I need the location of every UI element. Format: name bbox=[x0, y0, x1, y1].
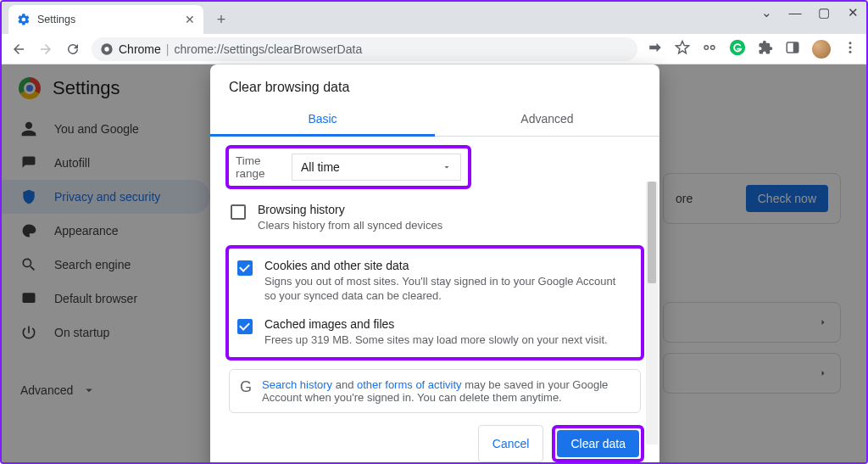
info-box: G Search history and other forms of acti… bbox=[229, 369, 641, 413]
check-row-cached[interactable]: Cached images and files Frees up 319 MB.… bbox=[232, 310, 637, 355]
dialog-title: Clear browsing data bbox=[210, 64, 659, 102]
checkbox-browsing-history[interactable] bbox=[231, 204, 246, 220]
close-window-button[interactable]: ✕ bbox=[846, 5, 860, 20]
maximize-button[interactable]: ▢ bbox=[817, 5, 831, 20]
clear-browsing-data-dialog: Clear browsing data Basic Advanced Time … bbox=[210, 64, 659, 464]
side-panel-icon[interactable] bbox=[785, 40, 800, 59]
svg-point-2 bbox=[704, 45, 709, 49]
check-row-cookies[interactable]: Cookies and other site data Signs you ou… bbox=[232, 252, 637, 310]
close-tab-icon[interactable]: ✕ bbox=[185, 13, 195, 26]
tab-basic[interactable]: Basic bbox=[210, 102, 435, 136]
omnibox-scheme: Chrome bbox=[119, 42, 161, 56]
svg-point-7 bbox=[849, 42, 852, 44]
google-g-icon: G bbox=[240, 378, 252, 396]
bookmark-star-icon[interactable] bbox=[675, 40, 690, 59]
share-icon[interactable] bbox=[648, 40, 663, 59]
svg-point-8 bbox=[849, 46, 852, 48]
address-bar: Chrome | chrome://settings/clearBrowserD… bbox=[2, 34, 866, 64]
grammarly-icon[interactable] bbox=[729, 39, 746, 59]
svg-point-3 bbox=[711, 45, 715, 49]
link-other-activity[interactable]: other forms of activity bbox=[357, 378, 462, 391]
checkbox-desc: Signs you out of most sites. You'll stay… bbox=[264, 274, 620, 304]
extensions-puzzle-icon[interactable] bbox=[758, 40, 773, 59]
clear-data-highlight: Clear data bbox=[552, 425, 644, 462]
gear-icon bbox=[17, 13, 31, 26]
dialog-scrollbar[interactable] bbox=[646, 182, 658, 444]
reload-button[interactable] bbox=[64, 42, 81, 57]
back-button[interactable] bbox=[10, 42, 27, 57]
checkbox-cached[interactable] bbox=[237, 319, 253, 334]
window-controls: ⌄ — ▢ ✕ bbox=[760, 5, 860, 20]
svg-point-1 bbox=[104, 47, 108, 51]
chrome-icon bbox=[100, 42, 114, 56]
time-range-select[interactable]: All time bbox=[292, 154, 461, 181]
settings-page: Settings You and Google Autofill Privacy… bbox=[2, 64, 866, 462]
new-tab-button[interactable]: + bbox=[209, 7, 234, 32]
clear-data-button[interactable]: Clear data bbox=[557, 430, 639, 457]
link-search-history[interactable]: Search history bbox=[262, 378, 332, 391]
toolbar-actions bbox=[648, 39, 858, 59]
omnibox[interactable]: Chrome | chrome://settings/clearBrowserD… bbox=[92, 37, 637, 61]
check-row-browsing-history[interactable]: Browsing history Clears history from all… bbox=[225, 196, 644, 240]
kebab-menu-icon[interactable] bbox=[843, 40, 858, 59]
dialog-tabs: Basic Advanced bbox=[210, 102, 659, 137]
caret-down-icon[interactable]: ⌄ bbox=[760, 5, 773, 20]
highlighted-checkbox-group: Cookies and other site data Signs you ou… bbox=[225, 245, 644, 361]
scrollbar-thumb[interactable] bbox=[648, 182, 656, 283]
extension-icon-1[interactable] bbox=[702, 40, 717, 59]
svg-rect-6 bbox=[793, 42, 798, 53]
browser-tab-settings[interactable]: Settings ✕ bbox=[8, 5, 203, 34]
time-range-value: All time bbox=[301, 160, 340, 174]
tab-title: Settings bbox=[37, 14, 75, 25]
forward-button[interactable] bbox=[37, 42, 54, 57]
dropdown-caret-icon bbox=[442, 162, 452, 172]
checkbox-desc: Frees up 319 MB. Some sites may load mor… bbox=[264, 333, 608, 348]
svg-point-4 bbox=[730, 39, 745, 54]
omnibox-url: chrome://settings/clearBrowserData bbox=[174, 42, 362, 56]
profile-avatar[interactable] bbox=[812, 40, 831, 59]
svg-point-9 bbox=[849, 50, 852, 53]
dialog-actions: Cancel Clear data bbox=[210, 413, 659, 462]
checkbox-title: Cookies and other site data bbox=[264, 259, 620, 272]
minimize-button[interactable]: — bbox=[788, 5, 802, 20]
cancel-button[interactable]: Cancel bbox=[478, 425, 544, 462]
tab-strip: Settings ✕ + ⌄ — ▢ ✕ bbox=[2, 2, 866, 34]
checkbox-title: Cached images and files bbox=[264, 317, 608, 331]
checkbox-title: Browsing history bbox=[258, 203, 442, 216]
tab-advanced[interactable]: Advanced bbox=[435, 102, 659, 136]
checkbox-desc: Clears history from all synced devices bbox=[258, 218, 442, 233]
dialog-body: Time range All time Browsing history Cle… bbox=[210, 137, 659, 413]
checkbox-cookies[interactable] bbox=[237, 260, 253, 276]
time-range-label: Time range bbox=[236, 154, 280, 180]
info-text: Search history and other forms of activi… bbox=[262, 378, 630, 404]
time-range-row: Time range All time bbox=[225, 145, 471, 189]
